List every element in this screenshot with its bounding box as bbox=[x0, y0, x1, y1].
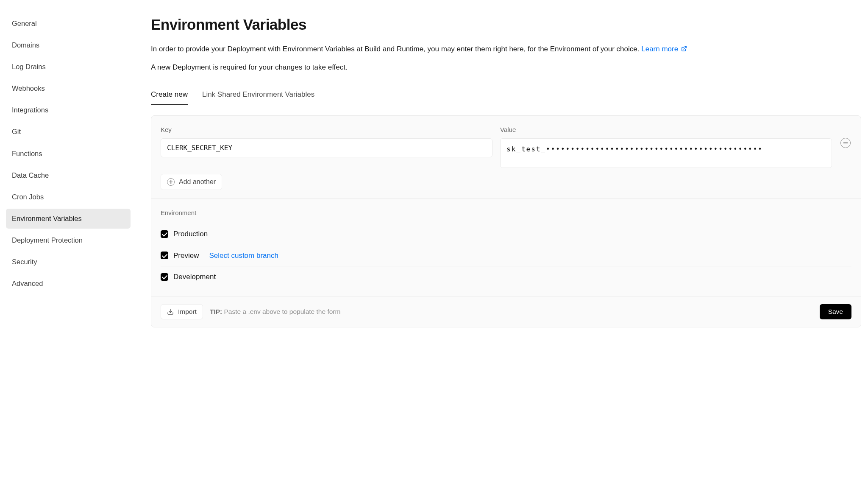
select-custom-branch-link[interactable]: Select custom branch bbox=[209, 250, 278, 261]
sidebar-item-label: Webhooks bbox=[12, 84, 45, 93]
tip-text: Paste a .env above to populate the form bbox=[222, 308, 340, 315]
import-button[interactable]: Import bbox=[161, 304, 203, 319]
env-row-preview: Preview Select custom branch bbox=[161, 245, 851, 266]
env-value-input[interactable]: sk_test_••••••••••••••••••••••••••••••••… bbox=[500, 138, 832, 168]
env-name: Development bbox=[173, 271, 216, 282]
learn-more-link[interactable]: Learn more bbox=[641, 45, 687, 53]
environment-section-label: Environment bbox=[161, 208, 851, 218]
sidebar-item-domains[interactable]: Domains bbox=[6, 35, 131, 55]
sidebar-item-label: Log Drains bbox=[12, 62, 46, 72]
sidebar-item-security[interactable]: Security bbox=[6, 252, 131, 272]
plus-icon bbox=[167, 178, 175, 186]
settings-sidebar: General Domains Log Drains Webhooks Inte… bbox=[3, 14, 131, 327]
sidebar-item-functions[interactable]: Functions bbox=[6, 144, 131, 164]
sidebar-item-environment-variables[interactable]: Environment Variables bbox=[6, 209, 131, 229]
tab-link-shared[interactable]: Link Shared Environment Variables bbox=[202, 85, 314, 105]
sidebar-item-git[interactable]: Git bbox=[6, 122, 131, 142]
import-label: Import bbox=[178, 308, 197, 316]
svg-line-0 bbox=[684, 46, 686, 49]
add-another-label: Add another bbox=[179, 178, 216, 186]
main-content: Environment Variables In order to provid… bbox=[151, 14, 861, 327]
page-intro: In order to provide your Deployment with… bbox=[151, 44, 861, 55]
sidebar-item-label: Domains bbox=[12, 40, 39, 50]
tab-create-new[interactable]: Create new bbox=[151, 85, 188, 105]
sidebar-item-label: Security bbox=[12, 257, 37, 267]
sidebar-item-deployment-protection[interactable]: Deployment Protection bbox=[6, 230, 131, 250]
learn-more-label: Learn more bbox=[641, 45, 678, 53]
download-icon bbox=[167, 308, 174, 315]
sidebar-item-label: Deployment Protection bbox=[12, 235, 83, 245]
env-name: Production bbox=[173, 229, 208, 240]
environment-section: Environment Production Preview Select cu… bbox=[151, 198, 861, 296]
key-value-section: Key Value sk_test_••••••••••••••••••••••… bbox=[151, 116, 861, 198]
env-row-development: Development bbox=[161, 266, 851, 288]
external-link-icon bbox=[681, 46, 687, 52]
env-name: Preview bbox=[173, 250, 199, 261]
value-label: Value bbox=[500, 125, 832, 135]
key-label: Key bbox=[161, 125, 492, 135]
sidebar-item-label: Functions bbox=[12, 149, 42, 159]
sidebar-item-cron-jobs[interactable]: Cron Jobs bbox=[6, 187, 131, 207]
env-key-input[interactable] bbox=[161, 138, 492, 157]
save-button[interactable]: Save bbox=[820, 304, 851, 319]
env-tabs: Create new Link Shared Environment Varia… bbox=[151, 85, 861, 106]
sidebar-item-label: Cron Jobs bbox=[12, 192, 44, 202]
checkbox-preview[interactable] bbox=[161, 252, 168, 259]
sidebar-item-general[interactable]: General bbox=[6, 14, 131, 34]
checkbox-development[interactable] bbox=[161, 273, 168, 281]
sidebar-item-webhooks[interactable]: Webhooks bbox=[6, 78, 131, 98]
page-title: Environment Variables bbox=[151, 14, 861, 36]
sidebar-item-label: Integrations bbox=[12, 105, 48, 115]
sidebar-item-log-drains[interactable]: Log Drains bbox=[6, 57, 131, 77]
add-another-button[interactable]: Add another bbox=[161, 174, 222, 190]
sidebar-item-label: Advanced bbox=[12, 279, 43, 288]
footer-tip: TIP: Paste a .env above to populate the … bbox=[210, 307, 340, 316]
sidebar-item-label: Git bbox=[12, 127, 21, 137]
deployment-note: A new Deployment is required for your ch… bbox=[151, 62, 861, 73]
card-footer: Import TIP: Paste a .env above to popula… bbox=[151, 296, 861, 327]
sidebar-item-label: General bbox=[12, 19, 37, 28]
tip-label: TIP: bbox=[210, 308, 222, 315]
sidebar-item-label: Environment Variables bbox=[12, 214, 82, 224]
env-row-production: Production bbox=[161, 224, 851, 245]
minus-icon bbox=[843, 143, 848, 143]
sidebar-item-data-cache[interactable]: Data Cache bbox=[6, 165, 131, 185]
sidebar-item-advanced[interactable]: Advanced bbox=[6, 274, 131, 294]
sidebar-item-integrations[interactable]: Integrations bbox=[6, 100, 131, 120]
checkbox-production[interactable] bbox=[161, 230, 168, 238]
remove-row-button[interactable] bbox=[840, 138, 851, 148]
sidebar-item-label: Data Cache bbox=[12, 171, 49, 180]
intro-text: In order to provide your Deployment with… bbox=[151, 45, 641, 53]
env-form-card: Key Value sk_test_••••••••••••••••••••••… bbox=[151, 115, 861, 327]
